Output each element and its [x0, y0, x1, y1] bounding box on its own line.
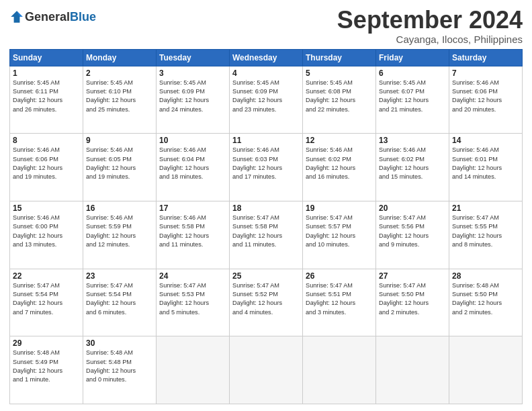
- day-number: 15: [13, 203, 80, 213]
- day-info: Sunrise: 5:46 AMSunset: 6:00 PMDaylight:…: [13, 214, 80, 249]
- calendar-cell: [157, 336, 230, 404]
- day-number: 4: [232, 68, 300, 78]
- day-info: Sunrise: 5:47 AMSunset: 5:51 PMDaylight:…: [306, 281, 373, 317]
- day-number: 6: [379, 68, 446, 78]
- day-info: Sunrise: 5:47 AMSunset: 5:58 PMDaylight:…: [232, 214, 300, 249]
- day-number: 9: [86, 136, 153, 145]
- day-number: 24: [159, 271, 226, 281]
- day-number: 30: [86, 338, 153, 348]
- calendar-cell: 25Sunrise: 5:47 AMSunset: 5:52 PMDayligh…: [230, 269, 303, 336]
- col-tuesday: Tuesday: [157, 49, 230, 66]
- col-wednesday: Wednesday: [230, 49, 303, 66]
- day-number: 16: [86, 203, 153, 213]
- calendar-week-4: 22Sunrise: 5:47 AMSunset: 5:54 PMDayligh…: [10, 269, 523, 336]
- calendar-cell: 21Sunrise: 5:47 AMSunset: 5:55 PMDayligh…: [449, 201, 523, 269]
- day-number: 19: [306, 203, 373, 213]
- day-number: 23: [86, 271, 153, 281]
- col-saturday: Saturday: [449, 49, 523, 66]
- col-monday: Monday: [83, 49, 157, 66]
- calendar-cell: 4Sunrise: 5:45 AMSunset: 6:09 PMDaylight…: [230, 66, 303, 134]
- day-info: Sunrise: 5:47 AMSunset: 5:56 PMDaylight:…: [379, 214, 446, 249]
- day-number: 3: [159, 68, 226, 78]
- day-info: Sunrise: 5:48 AMSunset: 5:50 PMDaylight:…: [452, 281, 519, 317]
- day-number: 7: [452, 68, 519, 78]
- calendar-cell: [449, 336, 523, 404]
- title-block: September 2024 Cayanga, Ilocos, Philippi…: [337, 7, 523, 45]
- day-number: 21: [452, 203, 519, 213]
- day-info: Sunrise: 5:47 AMSunset: 5:53 PMDaylight:…: [159, 281, 226, 317]
- day-number: 26: [306, 271, 373, 281]
- calendar-header-row: Sunday Monday Tuesday Wednesday Thursday…: [10, 49, 523, 66]
- calendar-cell: 18Sunrise: 5:47 AMSunset: 5:58 PMDayligh…: [230, 201, 303, 269]
- calendar-cell: 19Sunrise: 5:47 AMSunset: 5:57 PMDayligh…: [303, 201, 376, 269]
- calendar-cell: 22Sunrise: 5:47 AMSunset: 5:54 PMDayligh…: [10, 269, 83, 336]
- day-number: 17: [159, 203, 226, 213]
- calendar-cell: 5Sunrise: 5:45 AMSunset: 6:08 PMDaylight…: [303, 66, 376, 134]
- day-number: 22: [13, 271, 80, 281]
- calendar-cell: 3Sunrise: 5:45 AMSunset: 6:09 PMDaylight…: [157, 66, 230, 134]
- day-info: Sunrise: 5:46 AMSunset: 6:06 PMDaylight:…: [13, 146, 80, 181]
- calendar-cell: [303, 336, 376, 404]
- calendar-cell: [376, 336, 449, 404]
- calendar-week-2: 8Sunrise: 5:46 AMSunset: 6:06 PMDaylight…: [10, 134, 523, 201]
- day-info: Sunrise: 5:45 AMSunset: 6:08 PMDaylight:…: [306, 79, 373, 114]
- day-info: Sunrise: 5:47 AMSunset: 5:54 PMDaylight:…: [86, 281, 153, 317]
- day-info: Sunrise: 5:46 AMSunset: 6:05 PMDaylight:…: [86, 146, 153, 181]
- day-number: 29: [13, 338, 80, 348]
- day-number: 20: [379, 203, 446, 213]
- calendar-cell: 20Sunrise: 5:47 AMSunset: 5:56 PMDayligh…: [376, 201, 449, 269]
- calendar-cell: 15Sunrise: 5:46 AMSunset: 6:00 PMDayligh…: [10, 201, 83, 269]
- day-info: Sunrise: 5:47 AMSunset: 5:50 PMDaylight:…: [379, 281, 446, 317]
- day-number: 5: [306, 68, 373, 78]
- calendar-cell: 29Sunrise: 5:48 AMSunset: 5:49 PMDayligh…: [10, 336, 83, 404]
- day-info: Sunrise: 5:46 AMSunset: 6:01 PMDaylight:…: [452, 146, 519, 181]
- day-number: 25: [232, 271, 300, 281]
- col-thursday: Thursday: [303, 49, 376, 66]
- calendar-cell: 12Sunrise: 5:46 AMSunset: 6:02 PMDayligh…: [303, 134, 376, 201]
- day-info: Sunrise: 5:46 AMSunset: 6:02 PMDaylight:…: [306, 146, 373, 181]
- day-info: Sunrise: 5:46 AMSunset: 6:03 PMDaylight:…: [232, 146, 300, 181]
- day-number: 11: [232, 136, 300, 145]
- day-number: 8: [13, 136, 80, 145]
- logo-icon: [9, 9, 24, 24]
- day-number: 1: [13, 68, 80, 78]
- logo: GeneralBlue: [9, 9, 96, 24]
- calendar-cell: 13Sunrise: 5:46 AMSunset: 6:02 PMDayligh…: [376, 134, 449, 201]
- calendar-table: Sunday Monday Tuesday Wednesday Thursday…: [9, 49, 523, 404]
- day-number: 12: [306, 136, 373, 145]
- day-number: 13: [379, 136, 446, 145]
- calendar-cell: [230, 336, 303, 404]
- calendar-week-5: 29Sunrise: 5:48 AMSunset: 5:49 PMDayligh…: [10, 336, 523, 404]
- calendar-cell: 9Sunrise: 5:46 AMSunset: 6:05 PMDaylight…: [83, 134, 157, 201]
- calendar-cell: 30Sunrise: 5:48 AMSunset: 5:48 PMDayligh…: [83, 336, 157, 404]
- day-info: Sunrise: 5:46 AMSunset: 6:06 PMDaylight:…: [452, 79, 519, 114]
- calendar-cell: 1Sunrise: 5:45 AMSunset: 6:11 PMDaylight…: [10, 66, 83, 134]
- calendar-cell: 14Sunrise: 5:46 AMSunset: 6:01 PMDayligh…: [449, 134, 523, 201]
- calendar-cell: 11Sunrise: 5:46 AMSunset: 6:03 PMDayligh…: [230, 134, 303, 201]
- day-info: Sunrise: 5:45 AMSunset: 6:10 PMDaylight:…: [86, 79, 153, 114]
- day-info: Sunrise: 5:46 AMSunset: 6:02 PMDaylight:…: [379, 146, 446, 181]
- calendar-cell: 6Sunrise: 5:45 AMSunset: 6:07 PMDaylight…: [376, 66, 449, 134]
- calendar-cell: 17Sunrise: 5:46 AMSunset: 5:58 PMDayligh…: [157, 201, 230, 269]
- day-info: Sunrise: 5:47 AMSunset: 5:57 PMDaylight:…: [306, 214, 373, 249]
- day-number: 27: [379, 271, 446, 281]
- day-info: Sunrise: 5:48 AMSunset: 5:48 PMDaylight:…: [86, 349, 153, 384]
- day-info: Sunrise: 5:46 AMSunset: 5:59 PMDaylight:…: [86, 214, 153, 249]
- calendar-week-3: 15Sunrise: 5:46 AMSunset: 6:00 PMDayligh…: [10, 201, 523, 269]
- calendar-cell: 23Sunrise: 5:47 AMSunset: 5:54 PMDayligh…: [83, 269, 157, 336]
- calendar-cell: 10Sunrise: 5:46 AMSunset: 6:04 PMDayligh…: [157, 134, 230, 201]
- col-friday: Friday: [376, 49, 449, 66]
- col-sunday: Sunday: [10, 49, 83, 66]
- header: GeneralBlue September 2024 Cayanga, Iloc…: [9, 7, 523, 45]
- day-info: Sunrise: 5:46 AMSunset: 6:04 PMDaylight:…: [159, 146, 226, 181]
- calendar-cell: 24Sunrise: 5:47 AMSunset: 5:53 PMDayligh…: [157, 269, 230, 336]
- day-number: 28: [452, 271, 519, 281]
- calendar-cell: 8Sunrise: 5:46 AMSunset: 6:06 PMDaylight…: [10, 134, 83, 201]
- calendar-cell: 7Sunrise: 5:46 AMSunset: 6:06 PMDaylight…: [449, 66, 523, 134]
- day-info: Sunrise: 5:47 AMSunset: 5:52 PMDaylight:…: [232, 281, 300, 317]
- day-info: Sunrise: 5:48 AMSunset: 5:49 PMDaylight:…: [13, 349, 80, 384]
- calendar-cell: 28Sunrise: 5:48 AMSunset: 5:50 PMDayligh…: [449, 269, 523, 336]
- day-number: 10: [159, 136, 226, 145]
- day-number: 14: [452, 136, 519, 145]
- calendar-cell: 16Sunrise: 5:46 AMSunset: 5:59 PMDayligh…: [83, 201, 157, 269]
